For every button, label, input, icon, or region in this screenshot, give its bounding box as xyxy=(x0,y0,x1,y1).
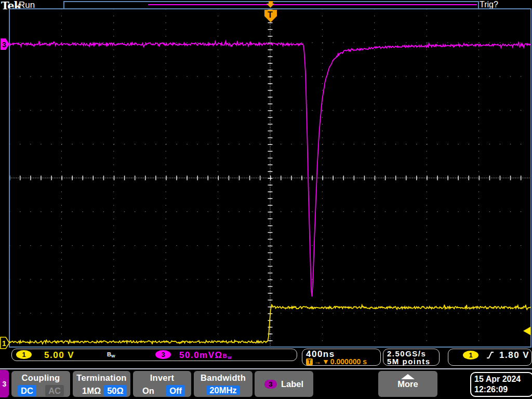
channel1-scale: 5.00 V xyxy=(44,350,74,361)
bandwidth-title: Bandwidth xyxy=(194,373,252,383)
arrow-icon: → xyxy=(314,357,321,366)
channel3-menu-tab[interactable]: 3 xyxy=(0,370,9,397)
date-label: 15 Apr 2024 xyxy=(474,374,532,384)
rising-edge-icon xyxy=(486,350,494,360)
invert-on-option[interactable]: On xyxy=(139,385,157,396)
acquisition-readout-box[interactable]: 2.50GS/s 5M points xyxy=(383,349,440,366)
trigger-source-badge: 1 xyxy=(463,351,478,360)
bandwidth-button[interactable]: Bandwidth 20MHz xyxy=(194,371,252,397)
termination-button[interactable]: Termination 1MΩ 50Ω xyxy=(73,371,130,397)
channel3-scale: 50.0mVΩBW xyxy=(179,350,232,361)
termination-50ohm-option[interactable]: 50Ω xyxy=(104,385,127,396)
termination-title: Termination xyxy=(73,373,130,383)
trigger-position-readout: T→▼0.000000 s xyxy=(306,357,367,366)
trigger-t-icon: T xyxy=(306,358,313,365)
up-arrow-icon xyxy=(401,374,415,379)
trigger-flag-label: T xyxy=(268,10,273,19)
invert-off-option[interactable]: Off xyxy=(166,385,185,396)
horizontal-readout-box[interactable]: 400ns T→▼0.000000 s xyxy=(302,349,381,366)
channel1-bandwidth-limit-icon: BW xyxy=(107,351,115,357)
coupling-ac-option: AC xyxy=(45,385,64,396)
channel1-badge: 1 xyxy=(16,350,32,359)
trigger-level-arrow[interactable] xyxy=(523,327,530,335)
more-button[interactable]: More xyxy=(378,371,437,397)
channel3-bandwidth-limit-icon: BW xyxy=(223,353,233,359)
datetime-box: 15 Apr 2024 12:26:09 xyxy=(470,372,532,397)
graticule-display: T 3 1 xyxy=(0,0,532,399)
channel1-marker-label: 1 xyxy=(2,339,6,348)
invert-button[interactable]: Invert On Off xyxy=(133,371,191,397)
termination-1mohm-option[interactable]: 1MΩ xyxy=(79,385,104,396)
time-label: 12:26:09 xyxy=(474,384,532,395)
coupling-button[interactable]: Coupling DC AC xyxy=(11,371,70,397)
graticule-grid xyxy=(9,9,531,347)
bandwidth-20mhz-option[interactable]: 20MHz xyxy=(206,385,240,395)
channel-readout-box[interactable]: 1 5.00 V BW 3 50.0mVΩBW xyxy=(11,349,297,361)
trigger-level: 1.80 V xyxy=(499,350,529,361)
channel3-marker-label: 3 xyxy=(2,41,6,49)
expansion-point-icon[interactable] xyxy=(267,1,274,8)
delay-marker-icon: ▼ xyxy=(322,357,329,366)
invert-title: Invert xyxy=(133,373,191,383)
label-channel-badge: 3 xyxy=(264,380,277,389)
channel3-badge: 3 xyxy=(155,350,171,359)
menu-separator xyxy=(0,368,532,369)
oscilloscope-screen: Tek Run Trig? T 3 1 1 5.00 V BW 3 50.0mV… xyxy=(0,0,532,399)
coupling-title: Coupling xyxy=(11,373,70,383)
label-title: Label xyxy=(281,379,303,389)
trigger-readout-box[interactable]: 1 1.80 V xyxy=(448,349,532,366)
more-title: More xyxy=(378,380,437,388)
record-length: 5M points xyxy=(387,357,431,366)
label-button[interactable]: 3 Label xyxy=(255,371,313,397)
coupling-dc-option[interactable]: DC xyxy=(18,385,36,396)
